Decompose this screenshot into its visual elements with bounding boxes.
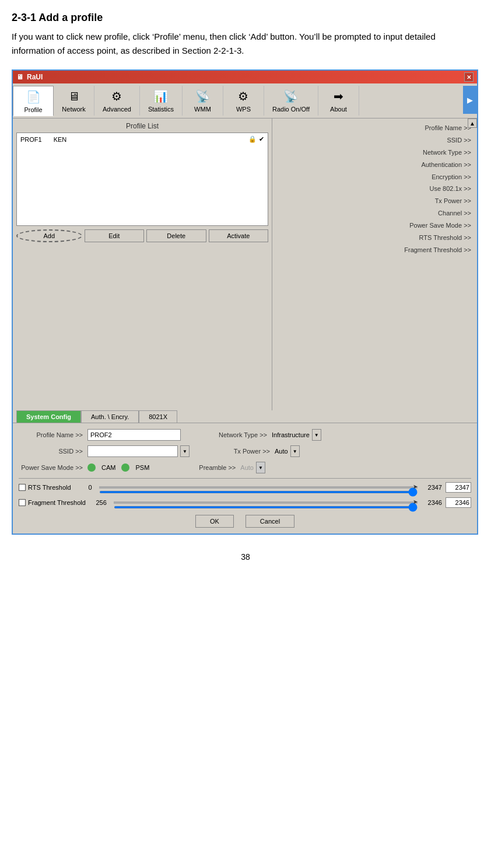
fragment-slider[interactable] [114, 506, 418, 508]
about-icon: ➡ [330, 88, 346, 104]
tab-auth-encry[interactable]: Auth. \ Encry. [81, 410, 139, 423]
tab-system-config[interactable]: System Config [16, 410, 81, 423]
toolbar-label-about: About [330, 106, 347, 113]
radio-icon: 📡 [283, 88, 299, 104]
left-panel: Profile List PROF1 KEN 🔒 ✔ Add Edit Dele… [13, 118, 272, 410]
network-type-wrap: Infrastructure ▼ [272, 429, 321, 441]
rts-threshold-row: RTS Threshold 0 ➤ 2347 [19, 482, 471, 493]
profile-buttons: Add Edit Delete Activate [16, 229, 268, 242]
toolbar-label-wmm: WMM [194, 106, 211, 113]
form-row-ssid-txpower: SSID >> ▼ Tx Power >> Auto ▼ [19, 445, 471, 457]
profile-icons: 🔒 ✔ [248, 135, 264, 143]
toolbar-label-profile: Profile [24, 106, 42, 113]
fragment-threshold-label: Fragment Threshold [28, 499, 86, 506]
page-number: 38 [12, 552, 479, 562]
ok-button[interactable]: OK [195, 515, 234, 528]
network-type-label: Network Type >> [203, 431, 267, 438]
rts-value-input[interactable] [446, 482, 471, 493]
ssid-dropdown[interactable]: ▼ [180, 445, 190, 457]
rts-slider-track [99, 486, 418, 489]
divider [19, 478, 471, 479]
toolbar-label-advanced: Advanced [103, 106, 131, 113]
form-bottom: OK Cancel [19, 515, 471, 528]
check-icon: ✔ [259, 135, 264, 143]
scroll-up-button[interactable]: ▲ [468, 118, 477, 128]
toolbar-item-network[interactable]: 🖥 Network [54, 86, 94, 116]
network-type-value: Infrastructure [272, 431, 310, 438]
fragment-checkbox[interactable] [19, 499, 26, 506]
toolbar-item-profile[interactable]: 📄 Profile [13, 86, 54, 116]
fragment-threshold-row: Fragment Threshold 256 ➤ 2346 [19, 497, 471, 508]
form-area: Profile Name >> Network Type >> Infrastr… [13, 423, 477, 534]
preamble-label: Preamble >> [171, 464, 236, 471]
toolbar-item-radio[interactable]: 📡 Radio On/Off [264, 86, 318, 116]
rts-max-val: 2347 [425, 484, 442, 491]
psm-radio-indicator [121, 463, 129, 472]
toolbar-label-radio: Radio On/Off [272, 106, 310, 113]
edit-button[interactable]: Edit [85, 229, 145, 242]
profile-id: PROF1 [20, 136, 42, 143]
toolbar-scroll-arrow[interactable]: ▶ [463, 86, 477, 114]
activate-button[interactable]: Activate [209, 229, 269, 242]
power-save-group: CAM PSM [87, 463, 149, 472]
page-title: 2-3-1 Add a profile [12, 12, 479, 24]
table-row: PROF1 KEN 🔒 ✔ [18, 134, 266, 144]
tx-power-value: Auto [275, 448, 288, 455]
toolbar: 📄 Profile 🖥 Network ⚙ Advanced 📊 Statist… [13, 83, 477, 118]
rts-checkbox[interactable] [19, 484, 26, 491]
detail-profile-name: Profile Name >> [278, 122, 471, 134]
power-save-label: Power Save Mode >> [19, 464, 83, 471]
toolbar-label-wps: WPS [236, 106, 251, 113]
detail-encryption: Encryption >> [278, 171, 471, 183]
fragment-max-val: 2346 [425, 499, 442, 506]
ssid-label: SSID >> [19, 448, 83, 455]
toolbar-item-advanced[interactable]: ⚙ Advanced [94, 86, 140, 116]
cam-label: CAM [101, 464, 115, 471]
form-row-profile-network: Profile Name >> Network Type >> Infrastr… [19, 429, 471, 441]
rts-slider[interactable] [99, 491, 418, 493]
toolbar-item-about[interactable]: ➡ About [318, 86, 359, 116]
lock-icon: 🔒 [248, 135, 257, 143]
window-close-button[interactable]: ✕ [464, 72, 474, 82]
cancel-button[interactable]: Cancel [246, 515, 294, 528]
rts-checkbox-wrap: RTS Threshold [19, 484, 71, 491]
titlebar-left: 🖥 RaUI [16, 73, 43, 81]
toolbar-label-network: Network [62, 106, 85, 113]
wps-icon: ⚙ [235, 88, 251, 104]
network-type-dropdown[interactable]: ▼ [312, 429, 321, 441]
fragment-checkbox-wrap: Fragment Threshold [19, 499, 86, 506]
profile-name-input[interactable] [87, 429, 181, 441]
detail-rts-threshold: RTS Threshold >> [278, 232, 471, 244]
detail-fragment-threshold: Fragment Threshold >> [278, 244, 471, 256]
preamble-dropdown[interactable]: ▼ [256, 462, 265, 473]
add-button[interactable]: Add [16, 229, 82, 242]
ssid-input-wrap: ▼ [87, 445, 190, 457]
fragment-slider-container: ➤ [114, 501, 418, 504]
detail-channel: Channel >> [278, 207, 471, 219]
rts-threshold-label: RTS Threshold [28, 484, 71, 491]
profile-list-header: Profile List [16, 122, 268, 130]
window-title: RaUI [27, 73, 43, 81]
profile-icon: 📄 [25, 89, 41, 105]
delete-button[interactable]: Delete [146, 229, 206, 242]
profile-list-box: PROF1 KEN 🔒 ✔ [16, 133, 268, 226]
rts-slider-container: ➤ [99, 486, 418, 489]
rts-min-val: 0 [75, 484, 92, 491]
page-body: If you want to click new profile, click … [12, 30, 479, 58]
fragment-slider-arrow: ➤ [413, 499, 418, 505]
toolbar-item-wmm[interactable]: 📡 WMM [183, 86, 223, 116]
profile-name-label: Profile Name >> [19, 431, 83, 438]
tx-power-dropdown[interactable]: ▼ [290, 445, 300, 457]
toolbar-item-statistics[interactable]: 📊 Statistics [140, 86, 183, 116]
ssid-input[interactable] [87, 445, 178, 457]
detail-authentication: Authentication >> [278, 159, 471, 171]
psm-label: PSM [135, 464, 149, 471]
fragment-value-input[interactable] [446, 497, 471, 508]
window-icon: 🖥 [16, 73, 23, 81]
toolbar-item-wps[interactable]: ⚙ WPS [223, 86, 264, 116]
tx-power-label: Tx Power >> [206, 448, 270, 455]
toolbar-label-statistics: Statistics [148, 106, 174, 113]
fragment-min-val: 256 [89, 499, 107, 506]
detail-ssid: SSID >> [278, 134, 471, 147]
tab-8021x[interactable]: 8021X [139, 410, 177, 423]
